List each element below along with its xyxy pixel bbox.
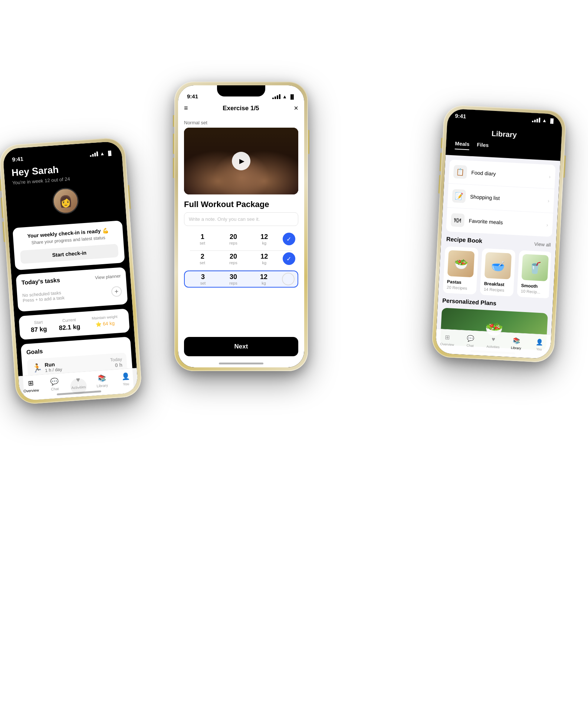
recipe-breakfast-name: Breakfast <box>484 281 510 288</box>
recipe-img-smoothie: 🥤 <box>522 254 549 281</box>
phone-right-inner: 9:41 ▲ ▐▌ Library <box>435 108 563 359</box>
vol-down-r[interactable] <box>438 175 441 193</box>
recipe-card-pastas[interactable]: 🥗 Pastas 20 Recipes <box>443 246 478 295</box>
avatar-container: 👩 <box>13 184 118 217</box>
vol-up-r[interactable] <box>440 153 442 171</box>
nav-overview-label: Overview <box>23 388 39 393</box>
activities-icon-r: ♥ <box>489 335 498 344</box>
nav-chat-r[interactable]: 💬 Chat <box>459 333 482 348</box>
time-right: 9:41 <box>455 112 466 119</box>
notch-center <box>217 85 265 96</box>
menu-favorite-meals[interactable]: 🍽 Favorite meals › <box>446 208 553 237</box>
tab-files[interactable]: Files <box>477 142 489 151</box>
view-all-link[interactable]: View all <box>534 241 551 248</box>
power-r[interactable] <box>563 155 566 178</box>
nav-you[interactable]: 👤 You <box>113 371 138 387</box>
wifi-icon-center: ▲ <box>282 94 287 99</box>
signal-icon-right <box>532 117 541 122</box>
library-tabs: Meals Files <box>453 140 554 154</box>
scene: 9:41 ▲ ▐▌ Hey Sarah <box>0 0 588 711</box>
goal-run-info: 🏃 Run 1 h / day <box>32 361 62 374</box>
status-icons-center: ▲ ▐▌ <box>272 94 295 99</box>
nav-you-r[interactable]: 👤 You <box>528 337 551 351</box>
recipe-card-breakfast[interactable]: 🥣 Breakfast 14 Recipes <box>480 248 515 297</box>
avatar[interactable]: 👩 <box>52 187 79 215</box>
phone-center: 9:41 ▲ ▐▌ ≡ Exercise <box>174 82 308 371</box>
mute-button[interactable] <box>0 179 2 191</box>
goal-run-sub: 1 h / day <box>45 367 62 373</box>
set-row-3[interactable]: 3 set 30 reps 12 kg <box>184 271 298 288</box>
recipe-smoothie-name: Smooth <box>521 283 547 289</box>
shopping-list-chevron: › <box>548 198 550 204</box>
weight-goal-val: ⭐ 64 kg <box>92 320 118 327</box>
note-input[interactable]: Write a note. Only you can see it. <box>184 212 298 226</box>
weight-current-val: 82.1 kg <box>59 323 81 332</box>
recipe-book-title: Recipe Book <box>446 236 483 245</box>
recipe-book-section: Recipe Book View all 🥗 Pastas 20 Recipes… <box>443 236 552 298</box>
habits-section: Habits View history <box>25 400 136 401</box>
chat-icon-r: 💬 <box>466 334 475 343</box>
library-title: Library <box>454 127 555 141</box>
nav-overview[interactable]: ⊞ Overview <box>19 378 43 393</box>
set-2-num: 2 set <box>187 253 218 265</box>
nav-library-r[interactable]: 📚 Library <box>505 335 528 350</box>
mute-button-r[interactable] <box>441 138 443 148</box>
overview-icon: ⊞ <box>26 378 36 388</box>
mute-button-c[interactable] <box>173 115 174 127</box>
power-button[interactable] <box>128 185 131 209</box>
workout-name: Full Workout Package <box>178 194 304 212</box>
weight-goal-label: Maintain weight <box>92 314 118 320</box>
nav-you-label-r: You <box>536 347 542 351</box>
vol-up-c[interactable] <box>173 134 174 154</box>
nav-overview-r[interactable]: ⊞ Overview <box>436 332 459 347</box>
checkin-card: Your weekly check-in is ready 💪 Share yo… <box>13 220 125 270</box>
favorite-meals-icon: 🍽 <box>451 213 465 227</box>
vol-down-c[interactable] <box>173 158 174 178</box>
workout-video[interactable]: ▶ <box>184 128 298 194</box>
signal-icon-left <box>90 151 98 157</box>
exercise-title: Exercise 1/5 <box>188 105 294 112</box>
nav-activities-r[interactable]: ♥ Activities <box>482 334 505 349</box>
time-left: 9:41 <box>12 155 23 163</box>
nav-activities[interactable]: ♥ Activities <box>66 374 91 390</box>
favorite-meals-label: Favorite meals <box>469 218 546 228</box>
volume-down-button[interactable] <box>2 222 5 242</box>
volume-up-button[interactable] <box>1 197 4 218</box>
nav-chat[interactable]: 💬 Chat <box>42 376 67 392</box>
set-2-check[interactable]: ✓ <box>283 252 295 265</box>
set-row-2[interactable]: 2 set 20 reps 12 kg ✓ <box>184 251 298 266</box>
phone-right-screen: 9:41 ▲ ▐▌ Library <box>435 108 563 359</box>
play-button[interactable]: ▶ <box>232 152 250 170</box>
sets-table: 1 set 20 reps 12 kg ✓ <box>178 231 304 288</box>
next-button[interactable]: Next <box>184 337 298 356</box>
tab-meals[interactable]: Meals <box>455 140 470 150</box>
recipe-header: Recipe Book View all <box>446 236 552 248</box>
power-c[interactable] <box>308 130 309 154</box>
view-planner-link[interactable]: View planner <box>95 273 121 281</box>
tasks-section: Today's tasks View planner No scheduled … <box>16 267 128 312</box>
list-icon[interactable]: ≡ <box>184 104 188 112</box>
library-content: 📋 Food diary › 📝 Shopping list › 🍽 Favor… <box>436 155 561 355</box>
set-1-check[interactable]: ✓ <box>283 233 295 245</box>
wifi-icon-left: ▲ <box>100 151 105 157</box>
food-diary-chevron: › <box>549 174 551 180</box>
you-icon-r: 👤 <box>535 337 544 346</box>
time-center: 9:41 <box>187 93 198 99</box>
nav-chat-label-r: Chat <box>466 344 474 348</box>
shopping-list-icon: 📝 <box>452 189 466 203</box>
library-icon-r: 📚 <box>512 336 521 345</box>
phone-left: 9:41 ▲ ▐▌ Hey Sarah <box>0 137 142 405</box>
set-row-1[interactable]: 1 set 20 reps 12 kg ✓ <box>184 231 298 247</box>
add-task-button[interactable]: + <box>111 286 122 297</box>
close-button[interactable]: × <box>294 104 298 112</box>
recipe-card-smoothie[interactable]: 🥤 Smooth 10 Recip... <box>517 250 551 298</box>
weight-current: Current 82.1 kg <box>58 317 81 332</box>
set-2-reps: 20 reps <box>218 253 249 265</box>
nav-chat-label: Chat <box>51 387 59 391</box>
set-3-check[interactable] <box>282 273 295 285</box>
start-checkin-button[interactable]: Start check-in <box>20 244 119 264</box>
set-3-reps: 30 reps <box>218 273 249 285</box>
nav-library[interactable]: 📚 Library <box>90 373 114 389</box>
recipe-cards: 🥗 Pastas 20 Recipes 🥣 Breakfast 14 Recip… <box>443 246 551 298</box>
weight-start: Start 87 kg <box>30 320 47 334</box>
